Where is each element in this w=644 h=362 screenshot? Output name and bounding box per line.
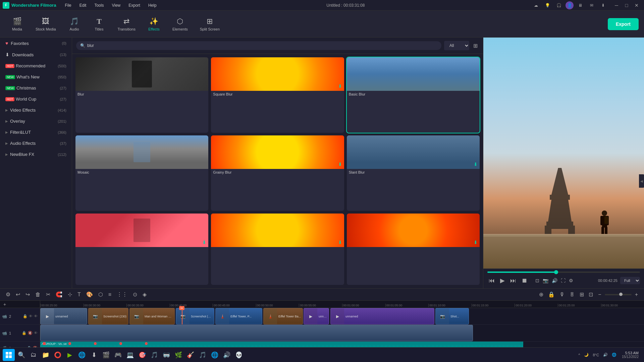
tool-audio[interactable]: 🎵 Audio — [63, 13, 86, 36]
vlc-icon[interactable]: 🔊 — [221, 350, 232, 360]
clip-unnamed-3[interactable]: ▶ unnamed — [330, 308, 434, 324]
sidebar-item-whats-new[interactable]: NEW What's New (950) — [1, 72, 70, 82]
clip-man-woman[interactable]: 📷 Man and Woman Sitting... — [129, 308, 175, 324]
tool-titles[interactable]: T Titles — [88, 13, 111, 36]
zoom-select[interactable]: Full 75% 50% — [620, 277, 640, 284]
clip-eiffel-p[interactable]: 🗼 Eiffel Tower, P... — [215, 308, 262, 324]
collapse-panel-button[interactable]: ◀ — [639, 174, 644, 188]
volume-icon[interactable]: 🔊 — [551, 277, 558, 284]
task-view-icon[interactable]: 🗂 — [28, 350, 39, 360]
download-header-icon[interactable]: ⬇ — [598, 1, 608, 10]
bulb-icon[interactable]: 💡 — [543, 1, 552, 10]
taskbar-time[interactable]: 5:53 AM 15/12/2022 — [619, 350, 641, 359]
track-v2-eye-btn[interactable]: 👁 — [34, 314, 38, 319]
effect-grainy-blur[interactable]: ⬇ Grainy Blur — [211, 135, 344, 211]
menu-tools[interactable]: Tools — [91, 2, 107, 9]
track-v2-mute-btn[interactable]: 👁 — [29, 314, 33, 319]
sidebar-item-favorites[interactable]: ♥ Favorites (0) — [1, 38, 70, 49]
effect-square-blur[interactable]: ⬇ Square Blur — [211, 57, 344, 133]
color-button[interactable]: ◈ — [141, 290, 148, 299]
play-button[interactable]: ▶ — [499, 276, 506, 286]
sidebar-item-filter-lut[interactable]: ▶ Filter&LUT (366) — [1, 127, 70, 137]
sidebar-item-newblue-fx[interactable]: ▶ NewBlue FX (112) — [1, 149, 70, 160]
effect-mosaic[interactable]: Mosaic — [75, 135, 208, 211]
zoom-in-button[interactable]: + — [633, 291, 640, 298]
tool-media[interactable]: 🎬 Media — [5, 13, 29, 36]
sidebar-item-christmas[interactable]: NEW Christmas (27) — [1, 83, 70, 93]
app2-icon[interactable]: 🎸 — [185, 350, 196, 360]
redo-button[interactable]: ↪ — [24, 290, 32, 299]
track-v2-lock-btn[interactable]: 🔒 — [22, 314, 28, 319]
stop-button[interactable]: ⏹ — [520, 276, 529, 286]
microphone-button[interactable]: 🎙 — [558, 291, 567, 299]
sidebar-item-world-cup[interactable]: HOT World Cup (27) — [1, 94, 70, 104]
split-button[interactable]: ⊞ — [578, 290, 586, 299]
tray-network-icon[interactable]: 🌐 — [610, 352, 618, 358]
user-avatar[interactable]: 👤 — [566, 1, 574, 9]
clip-eiffel-ba[interactable]: 🗼 Eiffel Tower Ba... — [263, 308, 303, 324]
clip-shot[interactable]: 📷 Shot... — [435, 308, 469, 324]
steam-icon[interactable]: 🎮 — [113, 350, 123, 360]
tool-elements[interactable]: ⬡ Elements — [167, 13, 193, 36]
effect-blur[interactable]: Blur — [75, 57, 208, 133]
speed-button[interactable]: ⊙ — [131, 290, 139, 299]
maximize-button[interactable]: □ — [622, 1, 631, 9]
transform-button[interactable]: ⊹ — [66, 290, 74, 299]
tool-transitions[interactable]: ⇄ Transitions — [112, 13, 141, 36]
sidebar-item-video-effects[interactable]: ▶ Video Effects (414) — [1, 105, 70, 115]
tool-stock-media[interactable]: 🖼 Stock Media — [30, 13, 61, 36]
mask-button[interactable]: ⬡ — [97, 290, 105, 299]
opera-icon[interactable]: ⭕ — [52, 350, 63, 360]
fullscreen-icon[interactable]: ⛶ — [560, 277, 567, 284]
spotify-icon[interactable]: 🎵 — [197, 350, 208, 360]
audio-mixer-button[interactable]: ≡ — [107, 291, 113, 299]
search-taskbar-icon[interactable]: 🔍 — [16, 350, 27, 360]
play-fast-button[interactable]: ⏭ — [509, 276, 518, 286]
close-button[interactable]: ✕ — [632, 1, 641, 9]
lock-button[interactable]: 🔒 — [546, 290, 556, 299]
effect-row3-1[interactable]: ⬇ — [75, 214, 208, 285]
sidebar-item-recommended[interactable]: HOT Recommended (500) — [1, 61, 70, 71]
app1-icon[interactable]: 🌿 — [173, 350, 184, 360]
music-icon[interactable]: 🎵 — [149, 350, 160, 360]
filter-select[interactable]: All Video Audio — [444, 41, 469, 50]
settings-ctrl-icon[interactable]: ⚙ — [568, 277, 574, 284]
trim-button[interactable]: ⊡ — [587, 290, 595, 299]
code-icon[interactable]: 💻 — [125, 350, 136, 360]
app3-icon[interactable]: 🌐 — [209, 350, 220, 360]
settings-timeline-button[interactable]: ⚙ — [4, 290, 12, 299]
effect-basic-blur[interactable]: Basic Blur — [347, 57, 480, 133]
magnet-button[interactable]: 🧲 — [54, 290, 64, 299]
tool-effects[interactable]: ✨ Effects — [142, 13, 166, 36]
progress-bar[interactable] — [487, 272, 640, 273]
gaming-icon[interactable]: 🎯 — [137, 350, 148, 360]
sidebar-item-overlay[interactable]: ▶ Overlay (201) — [1, 116, 70, 126]
grid-toggle-icon[interactable]: ⊞ — [472, 41, 479, 50]
vr-icon[interactable]: 🥽 — [161, 350, 172, 360]
filmora-taskbar-icon[interactable]: 🎬 — [101, 350, 111, 360]
menu-edit[interactable]: Edit — [76, 2, 90, 9]
camera-icon[interactable]: 📷 — [542, 277, 549, 284]
paint-button[interactable]: 🎨 — [85, 290, 95, 299]
track-v1-lock-btn[interactable]: 🔒 — [21, 330, 27, 336]
menu-view[interactable]: View — [108, 2, 124, 9]
text-button[interactable]: T — [76, 291, 83, 299]
menu-help[interactable]: Help — [145, 2, 160, 9]
sidebar-item-downloads[interactable]: ⬇ Downloads (13) — [1, 49, 70, 60]
equalizer-button[interactable]: ⋮⋮ — [115, 290, 129, 299]
mail-icon[interactable]: ✉ — [587, 1, 596, 10]
tray-volume-icon[interactable]: 🔊 — [602, 352, 609, 358]
menu-export[interactable]: Export — [125, 2, 144, 9]
snap-button[interactable]: ⊕ — [537, 290, 545, 299]
zoom-slider[interactable] — [605, 294, 632, 295]
start-button[interactable] — [3, 349, 15, 361]
undo-button[interactable]: ↩ — [14, 290, 22, 299]
clip-screenshot-230[interactable]: 📷 Screenshot (230) — [88, 308, 128, 324]
app4-icon[interactable]: 💀 — [233, 350, 244, 360]
headphone-icon[interactable]: 🎧 — [554, 1, 564, 10]
frame-icon[interactable]: ⊡ — [534, 277, 540, 284]
monitor-icon[interactable]: 🖥 — [576, 1, 585, 10]
clip-v1-main[interactable] — [40, 325, 473, 341]
effect-row3-2[interactable]: ⬇ — [211, 214, 344, 285]
tool-split-screen[interactable]: ⊞ Split Screen — [195, 13, 225, 36]
